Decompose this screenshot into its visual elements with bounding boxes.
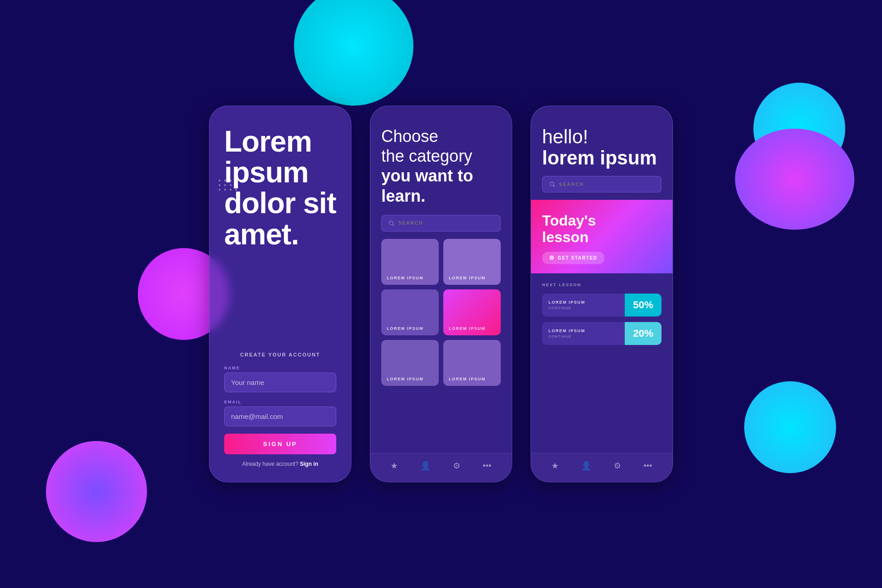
phone2-content: Choose the category you want to learn. L… — [370, 106, 512, 453]
form-subtitle: CREATE YOUR ACCOUNT — [224, 352, 336, 357]
blob-purple-right — [735, 129, 854, 230]
name-label: NAME — [224, 366, 336, 370]
dots-decoration — [219, 180, 238, 191]
phones-container: Lorem ipsum dolor sit amet. CREATE YOUR … — [209, 106, 673, 482]
nav-gear-icon[interactable]: ⚙ — [453, 461, 460, 471]
today-lesson-card: Today'slesson GET STARTED — [531, 200, 673, 273]
today-lesson-title: Today'slesson — [542, 213, 662, 245]
nav-dots-icon[interactable]: ••• — [483, 461, 492, 471]
category-grid: LOREM IPSUM LOREM IPSUM LOREM IPSUM LORE… — [381, 239, 501, 386]
blob-cyan-bottom-right — [744, 381, 836, 473]
next-lesson-section: NEXT LESSON LOREM IPSUM CONTINUE 50% LOR… — [531, 273, 673, 453]
category-card-3[interactable]: LOREM IPSUM — [381, 289, 439, 335]
signin-link[interactable]: Sign in — [300, 461, 318, 467]
lesson-percent-2: 20% — [625, 322, 662, 345]
email-input[interactable] — [224, 407, 336, 426]
search-input2[interactable] — [559, 182, 618, 187]
phone-dashboard: hello!lorem ipsum Today'slesson GET STAR… — [531, 106, 673, 482]
blob-purple-left — [46, 441, 147, 542]
greeting-text: hello!lorem ipsum — [542, 126, 662, 169]
nav-star-icon[interactable]: ★ — [390, 461, 398, 471]
search-bar2 — [542, 176, 662, 192]
signup-button[interactable]: SIGN UP — [224, 434, 336, 454]
lesson-percent-1: 50% — [625, 294, 662, 317]
svg-line-1 — [393, 224, 394, 226]
already-account-text: Already have account? Sign in — [224, 461, 336, 467]
category-label-1: LOREM IPSUM — [387, 276, 424, 280]
category-label-2: LOREM IPSUM — [449, 276, 486, 280]
lesson-action-2: CONTINUE — [548, 334, 618, 339]
nav-gear-icon3[interactable]: ⚙ — [614, 461, 621, 471]
category-card-1[interactable]: LOREM IPSUM — [381, 239, 439, 285]
search-icon2 — [549, 181, 555, 187]
bottom-nav: ★ 👤 ⚙ ••• — [370, 453, 512, 482]
search-icon — [388, 220, 395, 226]
nav-user-icon[interactable]: 👤 — [420, 461, 430, 471]
lesson-info-1: LOREM IPSUM CONTINUE — [542, 294, 625, 317]
category-title: Choose the category you want to learn. — [381, 126, 501, 206]
get-started-label: GET STARTED — [558, 255, 597, 260]
lesson-title-1: LOREM IPSUM — [548, 300, 618, 305]
search-input[interactable] — [398, 220, 458, 226]
category-label-3: LOREM IPSUM — [387, 326, 424, 331]
blob-cyan — [294, 0, 413, 106]
category-card-4[interactable]: LOREM IPSUM — [443, 289, 501, 335]
get-started-button[interactable]: GET STARTED — [542, 252, 605, 264]
category-label-5: LOREM IPSUM — [387, 377, 424, 381]
category-card-6[interactable]: LOREM IPSUM — [443, 340, 501, 386]
phone3-content: hello!lorem ipsum Today'slesson GET STAR… — [531, 106, 673, 453]
search-bar — [381, 215, 501, 232]
get-started-dot — [549, 255, 554, 260]
category-card-2[interactable]: LOREM IPSUM — [443, 239, 501, 285]
lesson-info-2: LOREM IPSUM CONTINUE — [542, 322, 625, 345]
svg-point-0 — [389, 221, 393, 225]
nav-user-icon3[interactable]: 👤 — [581, 461, 591, 471]
phone-signup: Lorem ipsum dolor sit amet. CREATE YOUR … — [209, 106, 351, 482]
lesson-card-1: LOREM IPSUM CONTINUE 50% — [542, 294, 662, 317]
nav-star-icon3[interactable]: ★ — [551, 461, 559, 471]
svg-point-2 — [550, 182, 554, 186]
signup-form: CREATE YOUR ACCOUNT NAME EMAIL SIGN UP A… — [224, 352, 336, 467]
category-card-5[interactable]: LOREM IPSUM — [381, 340, 439, 386]
svg-line-3 — [554, 186, 555, 187]
lesson-action-1: CONTINUE — [548, 306, 618, 310]
category-label-6: LOREM IPSUM — [449, 377, 486, 381]
category-label-4: LOREM IPSUM — [449, 326, 486, 331]
lesson-title-2: LOREM IPSUM — [548, 328, 618, 333]
bottom-nav3: ★ 👤 ⚙ ••• — [531, 453, 673, 482]
phone-category: Choose the category you want to learn. L… — [370, 106, 512, 482]
phone3-header: hello!lorem ipsum — [531, 106, 673, 200]
nav-dots-icon3[interactable]: ••• — [644, 461, 652, 471]
next-lesson-label: NEXT LESSON — [542, 283, 662, 287]
hero-text: Lorem ipsum dolor sit amet. — [224, 126, 336, 324]
name-input[interactable] — [224, 373, 336, 392]
email-label: EMAIL — [224, 400, 336, 404]
lesson-card-2: LOREM IPSUM CONTINUE 20% — [542, 322, 662, 345]
